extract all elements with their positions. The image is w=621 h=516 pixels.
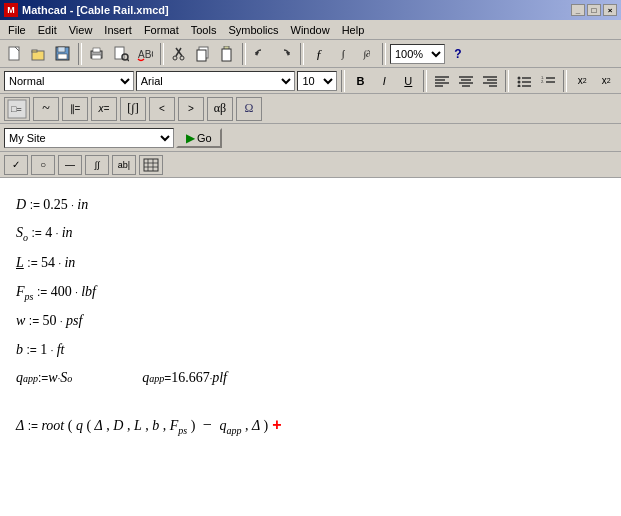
separator-3 <box>242 43 246 65</box>
symbol-button[interactable]: ∫∂ <box>356 43 378 65</box>
svg-point-16 <box>180 56 184 60</box>
maximize-button[interactable]: □ <box>587 4 601 16</box>
open-button[interactable] <box>28 43 50 65</box>
menu-window[interactable]: Window <box>285 22 336 38</box>
separator-2 <box>160 43 164 65</box>
menu-file[interactable]: File <box>2 22 32 38</box>
parallel-assign-button[interactable]: ∥= <box>62 97 88 121</box>
help-button[interactable]: ? <box>447 43 469 65</box>
font-dropdown[interactable]: Arial Times New Roman Courier New <box>136 71 296 91</box>
style-dropdown[interactable]: Normal Heading 1 Heading 2 <box>4 71 134 91</box>
svg-rect-20 <box>222 49 231 61</box>
undo-button[interactable] <box>250 43 272 65</box>
check-btn[interactable]: ✓ <box>4 155 28 175</box>
main-toolbar: ABC ƒ ∫ ∫∂ 100% 75% 150% ? <box>0 40 621 68</box>
save-button[interactable] <box>52 43 74 65</box>
equation-w: w := 50 · psf <box>16 310 605 332</box>
paste-button[interactable] <box>216 43 238 65</box>
svg-point-37 <box>518 80 521 83</box>
separator-f4 <box>563 70 567 92</box>
svg-text:□=: □= <box>11 104 22 114</box>
site-toolbar: My Site ▶ Go <box>0 124 621 152</box>
site-dropdown[interactable]: My Site <box>4 128 174 148</box>
align-center-button[interactable] <box>455 71 477 91</box>
superscript-button[interactable]: x2 <box>571 71 593 91</box>
variable-button[interactable]: x= <box>91 97 117 121</box>
equation-b: b := 1 · ft <box>16 339 605 361</box>
menu-format[interactable]: Format <box>138 22 185 38</box>
menu-insert[interactable]: Insert <box>98 22 138 38</box>
double-integral-btn[interactable]: ∫∫ <box>85 155 109 175</box>
menu-symbolics[interactable]: Symbolics <box>222 22 284 38</box>
error-indicator: + <box>272 412 281 438</box>
copy-button[interactable] <box>192 43 214 65</box>
omega-button[interactable]: Ω <box>236 97 262 121</box>
text-region-btn[interactable]: ab| <box>112 155 136 175</box>
integral-button[interactable]: [∫] <box>120 97 146 121</box>
menu-view[interactable]: View <box>63 22 99 38</box>
separator-1 <box>78 43 82 65</box>
svg-rect-5 <box>58 54 67 59</box>
small-toolbar: ✓ ○ — ∫∫ ab| <box>0 152 621 178</box>
go-button[interactable]: ▶ Go <box>176 128 222 148</box>
math-button[interactable]: ∫ <box>332 43 354 65</box>
new-button[interactable] <box>4 43 26 65</box>
greater-button[interactable]: > <box>178 97 204 121</box>
content-area[interactable]: D := 0.25 · in So := 4 · in L := 54 · in… <box>0 178 621 516</box>
svg-rect-18 <box>197 50 206 61</box>
underline-button[interactable]: U <box>397 71 419 91</box>
print-button[interactable] <box>86 43 108 65</box>
menu-edit[interactable]: Edit <box>32 22 63 38</box>
svg-text:2.: 2. <box>541 79 544 84</box>
format-toolbar: Normal Heading 1 Heading 2 Arial Times N… <box>0 68 621 94</box>
menu-bar: File Edit View Insert Format Tools Symbo… <box>0 20 621 40</box>
greek-button[interactable]: αβ <box>207 97 233 121</box>
less-button[interactable]: < <box>149 97 175 121</box>
menu-tools[interactable]: Tools <box>185 22 223 38</box>
italic-button[interactable]: I <box>373 71 395 91</box>
zoom-dropdown[interactable]: 100% 75% 150% <box>390 44 445 64</box>
svg-rect-47 <box>144 159 158 171</box>
align-right-button[interactable] <box>479 71 501 91</box>
menu-help[interactable]: Help <box>336 22 371 38</box>
blank-line <box>16 396 605 406</box>
close-button[interactable]: × <box>603 4 617 16</box>
separator-5 <box>382 43 386 65</box>
equation-Fps: Fps := 400 · lbf <box>16 281 605 305</box>
circle-btn[interactable]: ○ <box>31 155 55 175</box>
separator-f3 <box>505 70 509 92</box>
align-left-button[interactable] <box>431 71 453 91</box>
equation-qapp: qapp := w · So qapp = 16.667 · plf <box>16 367 605 389</box>
minimize-button[interactable]: _ <box>571 4 585 16</box>
table-btn[interactable] <box>139 155 163 175</box>
redo-button[interactable] <box>274 43 296 65</box>
spellcheck-button[interactable]: ABC <box>134 43 156 65</box>
equation-S0: So := 4 · in <box>16 222 605 246</box>
fontsize-dropdown[interactable]: 10 12 14 <box>297 71 337 91</box>
subscript-button[interactable]: x2 <box>595 71 617 91</box>
line-btn[interactable]: — <box>58 155 82 175</box>
svg-point-39 <box>518 84 521 87</box>
svg-point-15 <box>173 56 177 60</box>
separator-f1 <box>341 70 345 92</box>
numbered-list-button[interactable]: 1.2. <box>537 71 559 91</box>
equation-L: L := 54 · in <box>16 252 605 274</box>
svg-rect-7 <box>93 48 100 52</box>
tilde-button[interactable]: ~ <box>33 97 59 121</box>
cut-button[interactable] <box>168 43 190 65</box>
separator-f2 <box>423 70 427 92</box>
svg-line-11 <box>127 59 129 61</box>
window-title: Mathcad - [Cable Rail.xmcd] <box>22 4 571 16</box>
bold-button[interactable]: B <box>349 71 371 91</box>
svg-text:ABC: ABC <box>138 49 153 60</box>
window-controls: _ □ × <box>571 4 617 16</box>
preview-button[interactable] <box>110 43 132 65</box>
svg-rect-4 <box>58 47 65 52</box>
font-style-button[interactable]: ƒ <box>308 43 330 65</box>
bullet-list-button[interactable] <box>513 71 535 91</box>
equation-delta: Δ := root ( q ( Δ , D , L , b , Fps ) − … <box>16 412 605 439</box>
calc-mode-button[interactable]: □= <box>4 97 30 121</box>
math-toolbar: □= ~ ∥= x= [∫] < > αβ Ω <box>0 94 621 124</box>
equation-D: D := 0.25 · in <box>16 194 605 216</box>
svg-point-35 <box>518 76 521 79</box>
